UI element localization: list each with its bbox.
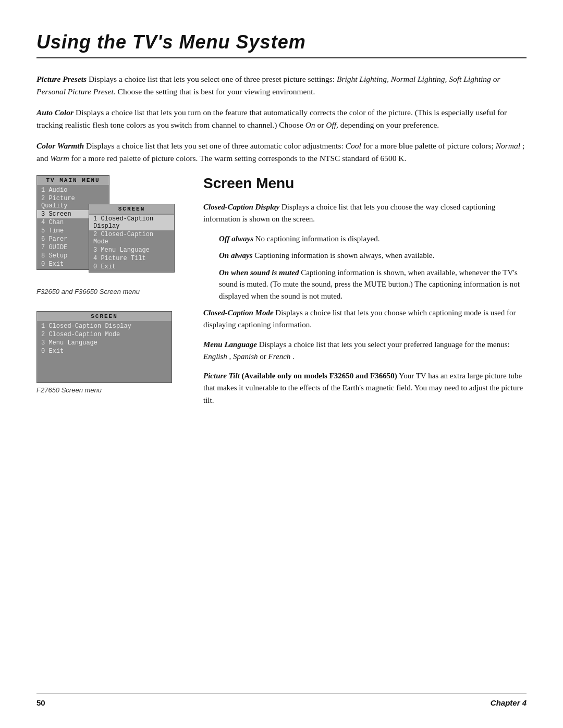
- color-warmth-normal: Normal: [496, 141, 520, 150]
- right-column: Screen Menu Closed-Caption Display Displ…: [203, 175, 527, 414]
- main-menu-title: TV MAIN MENU: [37, 176, 109, 185]
- cc-mode-para: Closed-Caption Mode Displays a choice li…: [203, 307, 527, 331]
- left-column: TV MAIN MENU 1 Audio 2 Picture Quality 3…: [36, 175, 182, 414]
- menu-lang-text1: Displays a choice list that lets you sel…: [259, 340, 510, 349]
- screen-item-cc-display: 1 Closed-Caption Display: [89, 215, 174, 230]
- picture-presets-para: Picture Presets Displays a choice list t…: [36, 73, 527, 98]
- f27650-spacer: [37, 355, 172, 381]
- screen-menu-title-f27650: SCREEN: [37, 312, 172, 321]
- auto-color-term: Auto Color: [36, 108, 74, 117]
- page-number: 50: [36, 698, 45, 707]
- on-muted-item: On when sound is muted Captioning inform…: [203, 267, 527, 302]
- screen-menu-box-f32650: SCREEN 1 Closed-Caption Display 2 Closed…: [89, 204, 175, 273]
- menu-lang-spanish: Spanish: [233, 352, 258, 361]
- menu-overlay-f32650: TV MAIN MENU 1 Audio 2 Picture Quality 3…: [36, 175, 182, 285]
- color-warmth-para: Color Warmth Displays a choice list that…: [36, 140, 527, 165]
- on-always-text: Captioning information is shown always, …: [254, 251, 434, 260]
- f27650-item-cc-mode: 2 Closed-Caption Mode: [37, 330, 172, 339]
- two-col-section: TV MAIN MENU 1 Audio 2 Picture Quality 3…: [36, 175, 527, 414]
- screen-menu-body-f32650: 1 Closed-Caption Display 2 Closed-Captio…: [89, 214, 174, 272]
- auto-color-or: or: [317, 120, 326, 129]
- color-warmth-text1: Displays a choice list that lets you set…: [86, 141, 346, 150]
- cc-display-term: Closed-Caption Display: [203, 203, 279, 211]
- picture-presets-text1: Displays a choice list that lets you sel…: [89, 75, 337, 83]
- color-warmth-text2: for a more blue palette of picture color…: [363, 141, 496, 150]
- auto-color-off: Off,: [326, 120, 338, 129]
- off-always-item: Off always No captioning information is …: [203, 233, 527, 245]
- screen-menu-title-f32650: SCREEN: [89, 204, 174, 214]
- menu-lang-comma1: ,: [229, 352, 234, 361]
- menu-lang-french: French: [268, 352, 291, 361]
- color-warmth-cool: Cool: [346, 141, 361, 150]
- auto-color-para: Auto Color Displays a choice list that l…: [36, 106, 527, 131]
- menu-lang-para: Menu Language Displays a choice list tha…: [203, 339, 527, 363]
- color-warmth-text4: for a more red palette of picture colors…: [71, 154, 407, 163]
- screen-item-lang: 3 Menu Language: [89, 246, 174, 254]
- screen-item-cc-mode: 2 Closed-Caption Mode: [89, 230, 174, 246]
- cc-display-para: Closed-Caption Display Displays a choice…: [203, 201, 527, 226]
- screen-menu-heading: Screen Menu: [203, 175, 527, 192]
- picture-tilt-term: Picture Tilt: [203, 372, 240, 380]
- menu-lang-english: English: [203, 352, 227, 361]
- page-title: Using the TV's Menu System: [36, 31, 527, 53]
- f27650-item-exit: 0 Exit: [37, 347, 172, 355]
- picture-presets-text2: Choose the setting that is best for your…: [118, 87, 315, 96]
- auto-color-text2: depending on your preference.: [340, 120, 439, 129]
- on-always-label: On always: [219, 251, 253, 260]
- cc-mode-term: Closed-Caption Mode: [203, 309, 274, 317]
- picture-tilt-para: Picture Tilt (Available only on models F…: [203, 370, 527, 406]
- menu-lang-term: Menu Language: [203, 340, 257, 349]
- page: Using the TV's Menu System Picture Prese…: [0, 0, 563, 728]
- menu-item-audio: 1 Audio: [37, 186, 109, 194]
- screen-item-exit: 0 Exit: [89, 263, 174, 271]
- screen2-container: SCREEN 1 Closed-Caption Display 2 Closed…: [36, 311, 182, 394]
- f27650-item-lang: 3 Menu Language: [37, 339, 172, 347]
- picture-tilt-avail: (Available only on models F32650 and F36…: [242, 372, 397, 380]
- screen-menu-box-f27650: SCREEN 1 Closed-Caption Display 2 Closed…: [36, 311, 172, 383]
- color-warmth-term: Color Warmth: [36, 141, 84, 150]
- auto-color-on: On: [305, 120, 315, 129]
- menu-lang-or: or: [260, 352, 268, 361]
- off-always-text: No captioning information is displayed.: [255, 235, 380, 243]
- page-header: Using the TV's Menu System: [36, 31, 527, 58]
- on-always-item: On always Captioning information is show…: [203, 250, 527, 262]
- screen-menu-body-f27650: 1 Closed-Caption Display 2 Closed-Captio…: [37, 321, 172, 382]
- chapter-label: Chapter 4: [491, 698, 527, 707]
- color-warmth-warm: Warm: [50, 154, 69, 163]
- f27650-item-cc-display: 1 Closed-Caption Display: [37, 322, 172, 330]
- picture-presets-term: Picture Presets: [36, 75, 87, 83]
- page-footer: 50 Chapter 4: [36, 694, 527, 707]
- menu2-caption: F27650 Screen menu: [36, 386, 182, 394]
- screen-item-tilt: 4 Picture Tilt: [89, 254, 174, 263]
- off-always-label: Off always: [219, 235, 253, 243]
- menu-lang-period: .: [292, 352, 295, 361]
- menu1-caption: F32650 and F36650 Screen menu: [36, 288, 182, 295]
- on-muted-label: On when sound is muted: [219, 268, 299, 277]
